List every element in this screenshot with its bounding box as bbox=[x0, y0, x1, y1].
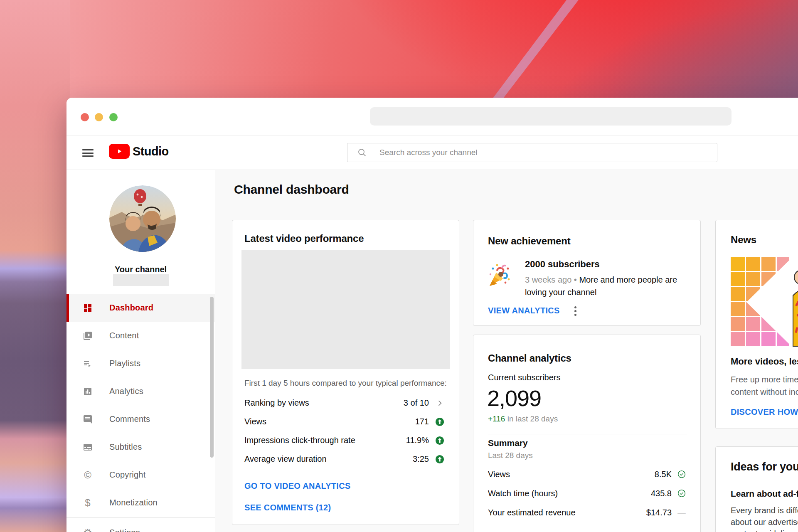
news-body-line: content without incre bbox=[731, 386, 798, 398]
sidebar-item-comments[interactable]: Comments bbox=[66, 405, 215, 433]
row-value: 3 of 10 bbox=[404, 398, 429, 408]
analytics-icon bbox=[82, 386, 93, 397]
sidebar-item-content[interactable]: Content bbox=[66, 322, 215, 350]
row-value: 3:25 bbox=[413, 454, 429, 464]
sidebar-item-copyright[interactable]: © Copyright bbox=[66, 461, 215, 489]
page-title: Channel dashboard bbox=[234, 182, 349, 197]
content-icon bbox=[82, 330, 93, 341]
hamburger-menu-icon[interactable] bbox=[82, 149, 94, 157]
row-value: 435.8 bbox=[651, 489, 672, 498]
card-title: News bbox=[731, 234, 756, 246]
sidebar-item-monetization[interactable]: $ Monetization bbox=[66, 489, 215, 517]
card-title: Latest video performance bbox=[244, 233, 364, 244]
avatar[interactable] bbox=[109, 185, 176, 252]
youtube-play-icon bbox=[109, 144, 130, 159]
sidebar-scrollbar[interactable] bbox=[210, 297, 214, 458]
youtube-studio-logo[interactable]: Studio bbox=[109, 144, 169, 159]
chevron-right-icon[interactable] bbox=[435, 399, 444, 408]
address-bar[interactable] bbox=[370, 107, 732, 126]
news-body: Free up more time fo content without inc… bbox=[731, 373, 798, 398]
summary-row-revenue: Your estimated revenue $14.73 — bbox=[488, 503, 686, 522]
close-window-button[interactable] bbox=[81, 113, 89, 121]
row-label: Views bbox=[244, 417, 415, 426]
sidebar-item-dashboard[interactable]: Dashboard bbox=[66, 294, 215, 322]
summary-row-views: Views 8.5K bbox=[488, 465, 686, 484]
sidebar-item-playlists[interactable]: Playlists bbox=[66, 350, 215, 377]
trend-up-icon bbox=[435, 417, 444, 426]
news-illustration bbox=[731, 257, 798, 347]
main-content: Channel dashboard Latest video performan… bbox=[215, 170, 798, 532]
wallpaper-left-band bbox=[0, 0, 70, 532]
subtitles-icon bbox=[82, 442, 93, 453]
dashboard-icon bbox=[82, 303, 93, 313]
achievement-time: 3 weeks ago bbox=[525, 275, 571, 284]
monetization-icon: $ bbox=[82, 498, 93, 508]
card-title: New achievement bbox=[488, 235, 570, 247]
delta-suffix: in last 28 days bbox=[505, 414, 558, 423]
zoom-window-button[interactable] bbox=[109, 113, 118, 121]
dot-separator: • bbox=[574, 275, 577, 284]
news-card: News bbox=[715, 220, 798, 429]
sidebar-item-subtitles[interactable]: Subtitles bbox=[66, 433, 215, 461]
search-input[interactable] bbox=[379, 148, 670, 157]
delta-value: +116 bbox=[488, 414, 505, 423]
perf-row-ctr: Impressions click-through rate 11.9% bbox=[244, 431, 444, 450]
channel-name-placeholder bbox=[113, 274, 169, 286]
kebab-menu-icon[interactable] bbox=[569, 305, 581, 317]
news-headline: More videos, less bbox=[731, 356, 798, 367]
row-label: Ranking by views bbox=[244, 398, 404, 408]
ideas-body-line: about our advertiser- bbox=[731, 516, 798, 528]
check-circle-icon bbox=[677, 470, 686, 478]
sidebar-item-settings[interactable]: ⚙ Settings bbox=[66, 519, 215, 532]
subscriber-delta: +116 in last 28 days bbox=[488, 414, 558, 424]
minimize-window-button[interactable] bbox=[95, 113, 103, 121]
row-value: 11.9% bbox=[406, 436, 429, 445]
settings-icon: ⚙ bbox=[82, 527, 93, 532]
ideas-body-line: content guidelines bbox=[731, 528, 798, 532]
row-label: Impressions click-through rate bbox=[244, 436, 406, 445]
sidebar-item-label: Playlists bbox=[109, 359, 140, 368]
ideas-body: Every brand is differe about our adverti… bbox=[731, 505, 798, 532]
row-label: Average view duration bbox=[244, 454, 413, 464]
studio-wordmark: Studio bbox=[133, 145, 169, 158]
card-divider bbox=[488, 434, 687, 434]
perf-row-views: Views 171 bbox=[244, 412, 444, 431]
ideas-headline: Learn about ad-frien bbox=[731, 489, 798, 499]
search-box[interactable] bbox=[347, 143, 717, 162]
your-channel-label: Your channel bbox=[66, 265, 215, 274]
window-titlebar bbox=[66, 98, 798, 136]
playlists-icon bbox=[82, 358, 93, 369]
sidebar-item-label: Copyright bbox=[109, 470, 145, 480]
search-icon bbox=[357, 148, 367, 158]
achievement-meta: 3 weeks ago • More and more people are l… bbox=[525, 273, 687, 298]
performance-note: First 1 day 5 hours compared to your typ… bbox=[244, 379, 447, 388]
sidebar-item-label: Monetization bbox=[109, 498, 158, 507]
new-achievement-card: New achievement bbox=[473, 220, 701, 326]
ideas-for-you-card: Ideas for you Learn about ad-frien Every… bbox=[715, 446, 798, 532]
sidebar-item-label: Dashboard bbox=[109, 303, 153, 313]
trend-up-icon bbox=[435, 436, 444, 445]
dash-icon: — bbox=[677, 508, 686, 517]
copyright-icon: © bbox=[82, 470, 93, 480]
row-label: Views bbox=[488, 470, 655, 479]
current-subscribers-value: 2,099 bbox=[487, 385, 541, 411]
perf-row-ranking[interactable]: Ranking by views 3 of 10 bbox=[244, 394, 444, 412]
perf-row-avg-duration: Average view duration 3:25 bbox=[244, 450, 444, 468]
trend-up-icon bbox=[435, 455, 444, 464]
comments-icon bbox=[82, 414, 93, 425]
channel-analytics-card: Channel analytics Current subscribers 2,… bbox=[473, 335, 701, 532]
see-comments-link[interactable]: SEE COMMENTS (12) bbox=[244, 503, 331, 512]
sidebar-item-label: Analytics bbox=[109, 387, 143, 396]
discover-how-link[interactable]: DISCOVER HOW bbox=[731, 407, 798, 417]
summary-title: Summary bbox=[488, 438, 528, 448]
view-analytics-link[interactable]: VIEW ANALYTICS bbox=[488, 306, 560, 315]
sidebar-item-analytics[interactable]: Analytics bbox=[66, 377, 215, 405]
latest-video-performance-card: Latest video performance First 1 day 5 h… bbox=[232, 220, 459, 525]
desktop: Studio bbox=[0, 0, 798, 532]
go-to-video-analytics-link[interactable]: GO TO VIDEO ANALYTICS bbox=[244, 481, 351, 491]
video-thumbnail-placeholder[interactable] bbox=[241, 250, 450, 369]
card-title: Channel analytics bbox=[488, 352, 571, 364]
party-popper-icon bbox=[487, 263, 511, 288]
card-title: Ideas for you bbox=[731, 461, 798, 473]
sidebar-nav: Dashboard Content Playlists bbox=[66, 294, 215, 532]
